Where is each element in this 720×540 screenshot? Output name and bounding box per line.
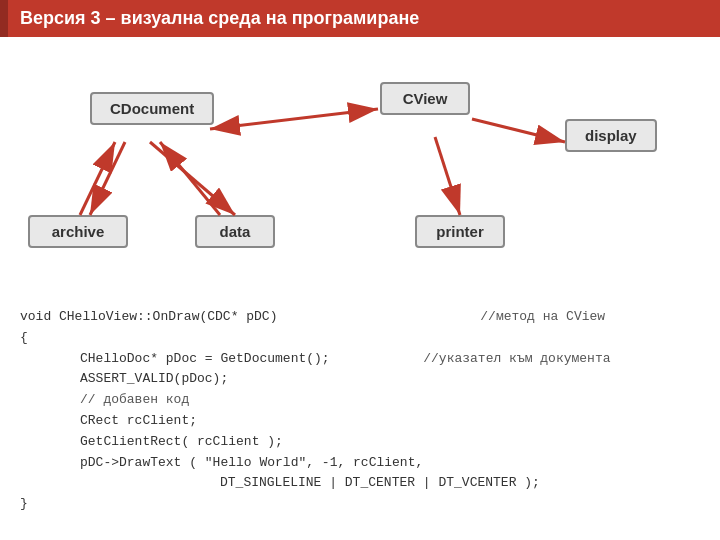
code-line-6: CRect rcClient;: [20, 411, 611, 432]
main-content: CDocument CView display archive data pri…: [0, 37, 720, 529]
svg-line-6: [90, 142, 125, 215]
code-line-2: {: [20, 328, 611, 349]
cdocument-box: CDocument: [90, 92, 214, 125]
svg-line-8: [435, 137, 460, 215]
code-line-7: GetClientRect( rcClient );: [20, 432, 611, 453]
svg-line-10: [160, 142, 220, 215]
data-box: data: [195, 215, 275, 248]
svg-line-7: [150, 142, 235, 215]
code-line-4: ASSERT_VALID(pDoc);: [20, 369, 611, 390]
code-line-1: void CHelloView::OnDraw(CDC* pDC) //мето…: [20, 307, 611, 328]
code-line-8: pDC->DrawText ( "Hello World", -1, rcCli…: [20, 453, 611, 474]
archive-box: archive: [28, 215, 128, 248]
code-block: void CHelloView::OnDraw(CDC* pDC) //мето…: [20, 307, 611, 515]
cview-box: CView: [380, 82, 470, 115]
printer-box: printer: [415, 215, 505, 248]
code-line-5: // добавен код: [20, 390, 611, 411]
header-title: Версия 3 – визуална среда на програмиран…: [20, 8, 419, 28]
code-line-10: }: [20, 494, 611, 515]
svg-line-4: [210, 109, 378, 129]
code-line-9: DT_SINGLELINE | DT_CENTER | DT_VCENTER )…: [20, 473, 611, 494]
svg-line-5: [472, 119, 565, 142]
code-line-3: CHelloDoc* pDoc = GetDocument(); //указа…: [20, 349, 611, 370]
page-header: Версия 3 – визуална среда на програмиран…: [0, 0, 720, 37]
svg-line-9: [80, 142, 115, 215]
display-box: display: [565, 119, 657, 152]
